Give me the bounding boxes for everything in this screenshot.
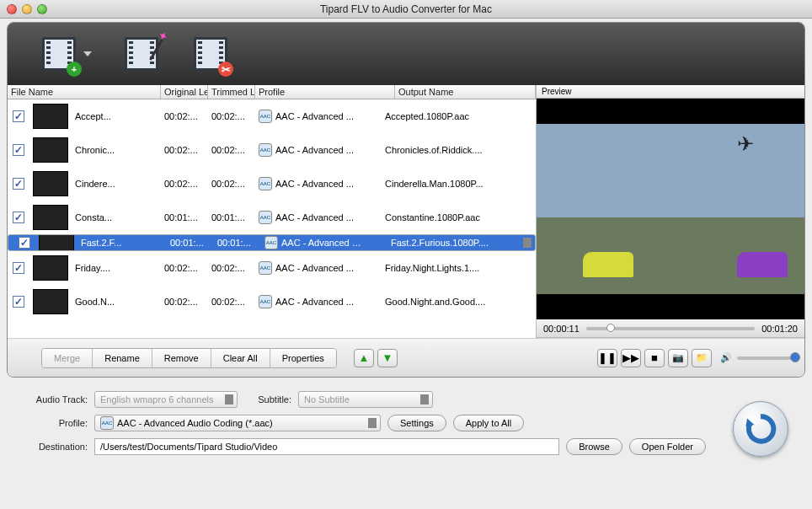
add-file-button[interactable]: + [40, 35, 78, 73]
table-row[interactable]: ✓Fast.2.F...00:01:...00:01:...AACAAC - A… [8, 234, 536, 251]
open-folder-button[interactable]: Open Folder [629, 438, 706, 455]
row-thumbnail [33, 137, 68, 163]
row-checkbox[interactable]: ✓ [13, 212, 24, 223]
row-checkbox[interactable]: ✓ [13, 178, 24, 190]
row-checkbox[interactable]: ✓ [13, 110, 24, 122]
row-thumbnail [33, 104, 68, 129]
row-thumbnail [33, 289, 68, 314]
seek-slider[interactable] [586, 327, 755, 330]
snapshot-button[interactable]: 📷 [668, 349, 688, 367]
row-output-name: Chronicles.of.Riddick.... [382, 133, 536, 167]
snapshot-folder-button[interactable]: 📁 [692, 349, 712, 367]
preview-screen[interactable]: ✈ [537, 99, 804, 319]
table-row[interactable]: ✓Friday....00:02:...00:02:...AACAAC - Ad… [8, 251, 536, 285]
destination-field[interactable]: /Users/test/Documents/Tipard Studio/Vide… [94, 438, 559, 455]
remove-button[interactable]: Remove [152, 349, 211, 367]
row-output-name: Friday.Night.Lights.1.... [382, 251, 536, 285]
row-profile: AACAAC - Advanced ... [255, 133, 382, 167]
row-original-length: 00:02:... [161, 133, 208, 167]
row-filename: Good.N... [72, 285, 161, 319]
row-checkbox[interactable]: ✓ [13, 144, 24, 156]
time-current: 00:00:11 [543, 324, 580, 334]
rename-button[interactable]: Rename [93, 349, 152, 367]
volume-icon: 🔊 [720, 352, 732, 363]
move-down-button[interactable]: ▼ [377, 349, 398, 367]
row-checkbox[interactable]: ✓ [13, 262, 24, 274]
col-output[interactable]: Output Name [395, 85, 536, 99]
row-profile: AACAAC - Advanced ... [255, 99, 382, 133]
window-title: Tipard FLV to Audio Converter for Mac [0, 3, 812, 15]
subtitle-select[interactable]: No Subtitle [298, 391, 433, 408]
preview-car-purple [737, 252, 788, 277]
pause-button[interactable]: ❚❚ [597, 349, 617, 367]
row-filename: Chronic... [72, 133, 161, 167]
merge-button[interactable]: Merge [42, 349, 93, 367]
browse-button[interactable]: Browse [566, 438, 622, 455]
row-filename: Consta... [72, 201, 161, 234]
file-list: File Name Original Le Trimmed L Profile … [8, 85, 537, 338]
col-trimmed[interactable]: Trimmed L [208, 85, 255, 99]
profile-label: Profile: [15, 418, 88, 428]
row-thumbnail [33, 171, 68, 196]
row-profile: AACAAC - Advanced … [261, 235, 387, 250]
effect-button[interactable] [122, 35, 161, 73]
table-row[interactable]: ✓Chronic...00:02:...00:02:...AACAAC - Ad… [8, 133, 536, 167]
folder-icon: 📁 [696, 352, 708, 363]
preview-label: Preview [537, 85, 804, 99]
properties-button[interactable]: Properties [270, 349, 336, 367]
row-output-name: Accepted.1080P.aac [382, 99, 536, 133]
clearall-button[interactable]: Clear All [211, 349, 270, 367]
row-original-length: 00:02:... [161, 167, 208, 201]
settings-button[interactable]: Settings [387, 415, 446, 431]
row-filename: Accept... [72, 99, 161, 133]
row-thumbnail [33, 255, 68, 281]
row-filename: Fast.2.F... [77, 235, 167, 250]
row-checkbox[interactable]: ✓ [13, 296, 24, 308]
row-output-name: Cinderella.Man.1080P... [382, 167, 536, 201]
convert-icon [743, 411, 778, 447]
table-row[interactable]: ✓Good.N...00:02:...00:02:...AACAAC - Adv… [8, 285, 536, 319]
titlebar: Tipard FLV to Audio Converter for Mac [0, 0, 812, 19]
app-chrome: + ✂ File Name Original Le Trimmed L Prof… [7, 22, 805, 378]
row-profile: AACAAC - Advanced ... [255, 167, 382, 201]
table-row[interactable]: ✓Accept...00:02:...00:02:...AACAAC - Adv… [8, 99, 536, 133]
row-trimmed-length: 00:02:... [208, 99, 255, 133]
row-checkbox[interactable]: ✓ [19, 237, 30, 249]
row-original-length: 00:02:... [161, 99, 208, 133]
table-row[interactable]: ✓Consta...00:01:...00:01:...AACAAC - Adv… [8, 201, 536, 234]
preview-panel: Preview ✈ 00:00:11 00:01:20 [537, 85, 804, 338]
subtitle-label: Subtitle: [244, 394, 291, 405]
settings-panel: Audio Track: English wmapro 6 channels S… [0, 383, 812, 474]
row-original-length: 00:02:... [161, 285, 208, 319]
add-file-dropdown-icon[interactable] [83, 51, 92, 56]
col-filename[interactable]: File Name [8, 85, 161, 99]
audiotrack-label: Audio Track: [15, 394, 88, 405]
trim-button[interactable]: ✂ [191, 35, 230, 73]
row-trimmed-length: 00:02:... [208, 285, 255, 319]
row-output-name: Fast.2.Furious.1080P.... [387, 235, 520, 250]
preview-timebar: 00:00:11 00:01:20 [537, 319, 804, 338]
action-bar: Merge Rename Remove Clear All Properties… [8, 338, 804, 377]
profile-select[interactable]: AACAAC - Advanced Audio Coding (*.aac) [94, 415, 381, 431]
row-thumbnail [39, 235, 74, 250]
row-trimmed-length: 00:02:... [208, 251, 255, 285]
col-original[interactable]: Original Le [161, 85, 208, 99]
stop-button[interactable]: ■ [644, 349, 665, 367]
step-button[interactable]: ▶▶ [621, 349, 641, 367]
toolbar: + ✂ [8, 23, 804, 85]
convert-button[interactable] [733, 401, 788, 457]
volume-slider[interactable] [737, 356, 796, 360]
row-filename: Cindere... [72, 167, 161, 201]
row-trimmed-length: 00:01:... [214, 235, 261, 250]
audiotrack-select[interactable]: English wmapro 6 channels [94, 391, 238, 408]
row-filename: Friday.... [72, 251, 161, 285]
row-thumbnail [33, 205, 68, 230]
table-row[interactable]: ✓Cindere...00:02:...00:02:...AACAAC - Ad… [8, 167, 536, 201]
destination-label: Destination: [15, 442, 88, 452]
apply-all-button[interactable]: Apply to All [453, 415, 524, 431]
time-total: 00:01:20 [761, 324, 798, 334]
col-profile[interactable]: Profile [255, 85, 395, 99]
row-profile: AACAAC - Advanced ... [255, 285, 382, 319]
row-output-name: Good.Night.and.Good.... [382, 285, 536, 319]
move-up-button[interactable]: ▲ [354, 349, 374, 367]
